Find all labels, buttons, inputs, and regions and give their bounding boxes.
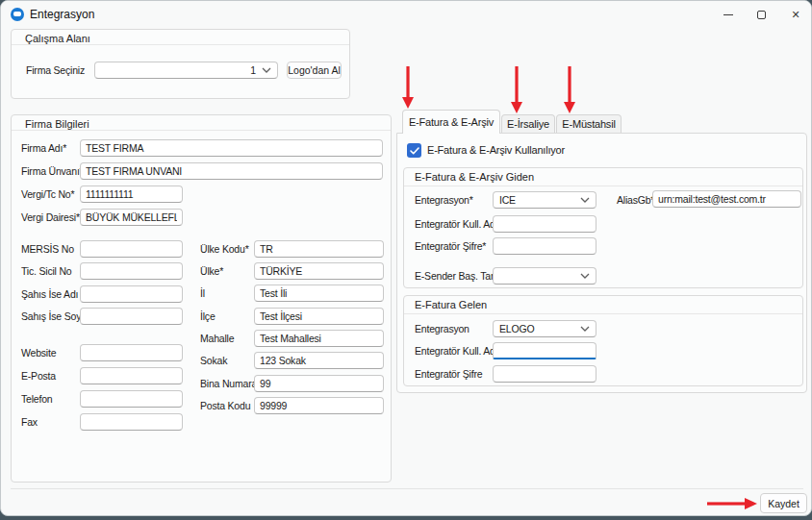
firm-select-value: 1 xyxy=(250,64,256,76)
chevron-down-icon xyxy=(580,197,590,203)
gelen-group: E-Fatura Gelen Entegrasyon ELOGO Entegra… xyxy=(403,295,803,386)
app-icon xyxy=(11,8,24,21)
chevron-down-icon xyxy=(262,67,271,73)
bina-numarasi-input[interactable] xyxy=(254,375,384,392)
gelen-entegrasyon-label: Entegrasyon xyxy=(415,320,469,337)
maximize-icon xyxy=(757,11,766,19)
telefon-label: Telefon xyxy=(21,390,52,408)
workspace-group-title: Çalışma Alanı xyxy=(25,33,90,44)
mahalle-input[interactable] xyxy=(254,330,384,347)
mersis-no-label: MERSİS No xyxy=(21,240,74,258)
firm-select-label: Firma Seçiniz xyxy=(26,62,85,79)
divider xyxy=(404,186,802,186)
giden-sifre-label: Entegratör Şifre* xyxy=(415,237,486,255)
gelen-entegrasyon-value: ELOGO xyxy=(499,323,534,334)
esender-bas-tarihi-dropdown[interactable] xyxy=(493,267,596,285)
firma-adi-label: Firma Adı* xyxy=(21,139,66,157)
ilce-label: İlçe xyxy=(200,308,216,325)
aliasgb-input[interactable] xyxy=(652,190,801,208)
website-input[interactable] xyxy=(80,344,183,361)
close-button[interactable]: ✕ xyxy=(776,1,812,28)
chevron-down-icon xyxy=(580,273,590,279)
firm-select-dropdown[interactable]: 1 xyxy=(94,62,278,79)
gelen-entegrasyon-dropdown[interactable]: ELOGO xyxy=(493,320,596,337)
efatura-kullaniliyor-label: E-Fatura & E-Arşiv Kullanılıyor xyxy=(427,142,565,158)
window-title: Entegrasyon xyxy=(30,1,94,28)
posta-kodu-label: Posta Kodu xyxy=(200,397,250,414)
telefon-input[interactable] xyxy=(80,390,183,408)
minimize-icon xyxy=(723,14,733,15)
sokak-label: Sokak xyxy=(200,352,227,369)
sahis-ise-adi-label: Şahıs İse Adı xyxy=(21,285,78,303)
check-icon xyxy=(410,147,419,155)
eposta-input[interactable] xyxy=(80,367,183,384)
gelen-kull-adi-input[interactable] xyxy=(493,342,596,359)
close-icon: ✕ xyxy=(791,10,799,20)
giden-group: E-Fatura & E-Arşiv Giden Entegrasyon* IC… xyxy=(403,167,803,288)
vergi-dairesi-input[interactable] xyxy=(80,209,183,226)
ilce-input[interactable] xyxy=(254,308,384,325)
firma-unvani-label: Firma Ünvanı* xyxy=(21,162,84,180)
esender-bas-tarihi-label: E-Sender Baş. Tarihi xyxy=(415,267,503,285)
giden-group-title: E-Fatura & E-Arşiv Giden xyxy=(415,171,534,183)
giden-entegrasyon-value: ICE xyxy=(499,194,516,206)
ulke-kodu-label: Ülke Kodu* xyxy=(200,240,249,258)
il-label: İl xyxy=(200,285,205,302)
sokak-input[interactable] xyxy=(254,352,384,369)
fax-input[interactable] xyxy=(80,413,183,431)
divider xyxy=(404,313,802,314)
aliasgb-label: AliasGb* xyxy=(617,191,654,209)
giden-sifre-input[interactable] xyxy=(493,237,596,255)
efatura-tab-panel: E-Fatura & E-Arşiv Kullanılıyor E-Fatura… xyxy=(396,133,807,393)
maximize-button[interactable] xyxy=(742,1,780,28)
firma-unvani-input[interactable] xyxy=(80,162,383,180)
annotation-arrow-tab-e-irsaliye xyxy=(510,66,523,113)
gelen-sifre-label: Entegratör Şifre xyxy=(415,365,482,383)
giden-entegrasyon-dropdown[interactable]: ICE xyxy=(493,191,596,209)
mahalle-label: Mahalle xyxy=(200,330,234,347)
annotation-arrow-tab-e-mustahsil xyxy=(563,66,576,113)
gelen-group-title: E-Fatura Gelen xyxy=(415,299,487,310)
sahis-ise-adi-input[interactable] xyxy=(80,285,183,303)
divider xyxy=(12,44,349,45)
giden-kull-adi-label: Entegratör Kull. Adı* xyxy=(415,215,501,233)
posta-kodu-input[interactable] xyxy=(254,397,384,414)
chevron-down-icon xyxy=(580,326,590,332)
company-group: Firma Bilgileri Firma Adı* Firma Ünvanı*… xyxy=(11,114,392,483)
tic-sicil-no-input[interactable] xyxy=(80,262,183,280)
sahis-ise-soyadi-input[interactable] xyxy=(80,308,183,325)
website-label: Website xyxy=(21,344,56,361)
firma-adi-input[interactable] xyxy=(80,139,383,157)
vergi-dairesi-label: Vergi Dairesi* xyxy=(21,209,80,226)
workspace-group: Çalışma Alanı Firma Seçiniz 1 Logo'dan A… xyxy=(11,29,350,99)
efatura-kullaniliyor-checkbox[interactable] xyxy=(407,143,421,158)
gelen-kull-adi-label: Entegratör Kull. Adı xyxy=(415,342,497,359)
mersis-no-input[interactable] xyxy=(80,240,183,258)
giden-entegrasyon-label: Entegrasyon* xyxy=(415,191,473,209)
tab-e-mustahsil[interactable]: E-Müstahsil xyxy=(556,114,622,133)
tab-e-fatura-e-arsiv[interactable]: E-Fatura & E-Arşiv xyxy=(402,110,500,134)
ulke-label: Ülke* xyxy=(200,262,223,280)
fax-label: Fax xyxy=(21,413,38,431)
eposta-label: E-Posta xyxy=(21,367,56,384)
il-input[interactable] xyxy=(254,285,384,302)
vergi-tc-no-label: Vergi/Tc No* xyxy=(21,186,74,203)
app-window: Entegrasyon ✕ Çalışma Alanı Firma Seçini… xyxy=(0,0,812,516)
divider xyxy=(12,130,391,131)
save-button[interactable]: Kaydet xyxy=(760,493,807,513)
divider xyxy=(11,488,803,489)
ulke-input[interactable] xyxy=(254,262,384,280)
vergi-tc-no-input[interactable] xyxy=(80,186,183,203)
logo-dan-al-button[interactable]: Logo'dan Al xyxy=(287,62,342,79)
tic-sicil-no-label: Tic. Sicil No xyxy=(21,262,71,280)
annotation-arrow-save-button xyxy=(707,497,757,510)
tab-e-irsaliye[interactable]: E-İrsaliye xyxy=(501,114,555,133)
annotation-arrow-tab-e-fatura-e-arsiv xyxy=(401,66,415,109)
company-group-title: Firma Bilgileri xyxy=(25,118,89,130)
titlebar: Entegrasyon ✕ xyxy=(1,1,811,28)
giden-kull-adi-input[interactable] xyxy=(493,215,596,233)
ulke-kodu-input[interactable] xyxy=(254,240,384,258)
gelen-sifre-input[interactable] xyxy=(493,365,596,383)
